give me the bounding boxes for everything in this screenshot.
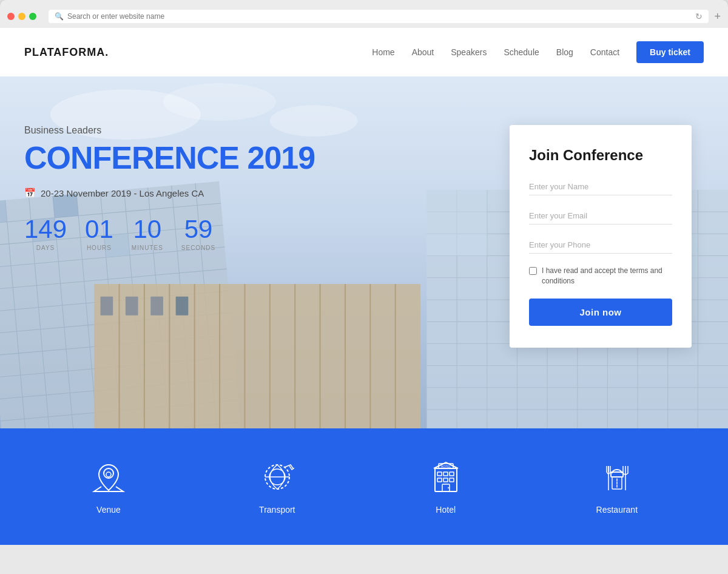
browser-content: PLATAFORMA. Home About Speakers Schedule… bbox=[0, 28, 728, 545]
hotel-label: Hotel bbox=[436, 505, 456, 515]
hours-label: HOURS bbox=[85, 245, 113, 251]
svg-rect-81 bbox=[443, 472, 448, 476]
minimize-button[interactable] bbox=[18, 13, 25, 20]
email-field-group bbox=[529, 208, 672, 225]
venue-icon bbox=[90, 459, 127, 495]
calendar-icon: 📅 bbox=[24, 187, 36, 198]
svg-rect-51 bbox=[426, 190, 487, 256]
svg-text:HOTEL: HOTEL bbox=[440, 465, 451, 468]
hero-text-content: Business Leaders CONFERENCE 2019 📅 20-23… bbox=[0, 76, 352, 288]
svg-rect-84 bbox=[443, 478, 448, 482]
terms-checkbox[interactable] bbox=[529, 267, 537, 275]
phone-field-group bbox=[529, 237, 672, 254]
restaurant-label: Restaurant bbox=[596, 505, 638, 515]
hero-subtitle: Business Leaders bbox=[24, 125, 328, 136]
transport-icon bbox=[259, 459, 295, 495]
svg-rect-69 bbox=[126, 297, 138, 316]
svg-point-93 bbox=[616, 485, 618, 487]
new-tab-icon[interactable]: + bbox=[714, 10, 721, 23]
hotel-icon: HOTEL bbox=[428, 459, 464, 495]
svg-rect-80 bbox=[437, 472, 442, 476]
countdown-minutes: 10 MINUTES bbox=[132, 217, 163, 251]
site-logo: PLATAFORMA. bbox=[24, 46, 109, 59]
days-value: 149 bbox=[24, 217, 67, 242]
transport-label: Transport bbox=[259, 505, 295, 515]
feature-venue: Venue bbox=[90, 459, 127, 515]
svg-point-87 bbox=[448, 487, 449, 488]
search-icon: 🔍 bbox=[55, 12, 64, 21]
nav-links: Home About Speakers Schedule Blog Contac… bbox=[372, 41, 704, 63]
svg-rect-71 bbox=[176, 297, 189, 316]
browser-titlebar: 🔍 ↻ + bbox=[0, 6, 728, 28]
countdown-seconds: 59 SECONDS bbox=[181, 217, 215, 251]
navbar: PLATAFORMA. Home About Speakers Schedule… bbox=[0, 28, 728, 76]
seconds-value: 59 bbox=[181, 217, 215, 242]
nav-schedule[interactable]: Schedule bbox=[504, 47, 539, 57]
hero-date: 📅 20-23 November 2019 - Los Angeles CA bbox=[24, 187, 328, 198]
venue-label: Venue bbox=[96, 505, 121, 515]
join-conference-card: Join Conference I have read and accept t… bbox=[510, 125, 692, 348]
feature-restaurant: Restaurant bbox=[596, 459, 638, 515]
join-card-title: Join Conference bbox=[529, 147, 672, 164]
nav-blog[interactable]: Blog bbox=[556, 47, 573, 57]
svg-rect-82 bbox=[450, 472, 454, 476]
address-bar[interactable]: 🔍 ↻ bbox=[49, 10, 709, 23]
name-input[interactable] bbox=[529, 178, 672, 195]
countdown-hours: 01 HOURS bbox=[85, 217, 113, 251]
nav-home[interactable]: Home bbox=[372, 47, 394, 57]
svg-rect-70 bbox=[150, 297, 163, 316]
svg-point-91 bbox=[616, 479, 618, 481]
hero-date-text: 20-23 November 2019 - Los Angeles CA bbox=[41, 188, 204, 198]
nav-speakers[interactable]: Speakers bbox=[451, 47, 487, 57]
join-now-button[interactable]: Join now bbox=[529, 299, 672, 326]
nav-contact[interactable]: Contact bbox=[590, 47, 619, 57]
email-input[interactable] bbox=[529, 208, 672, 225]
maximize-button[interactable] bbox=[29, 13, 36, 20]
seconds-label: SECONDS bbox=[181, 245, 215, 251]
features-grid: Venue Transport bbox=[24, 459, 704, 515]
hero-title: CONFERENCE 2019 bbox=[24, 141, 328, 175]
name-field-group bbox=[529, 178, 672, 195]
terms-checkbox-group: I have read and accept the terms and con… bbox=[529, 266, 672, 286]
browser-window-controls bbox=[7, 13, 36, 20]
countdown-timer: 149 DAYS 01 HOURS 10 MINUTES 59 SECONDS bbox=[24, 217, 328, 251]
svg-rect-83 bbox=[437, 478, 442, 482]
nav-about[interactable]: About bbox=[412, 47, 434, 57]
svg-rect-68 bbox=[101, 297, 113, 316]
svg-point-73 bbox=[106, 472, 111, 477]
hours-value: 01 bbox=[85, 217, 113, 242]
buy-ticket-button[interactable]: Buy ticket bbox=[636, 41, 704, 63]
terms-label: I have read and accept the terms and con… bbox=[542, 266, 672, 286]
close-button[interactable] bbox=[7, 13, 15, 20]
feature-hotel: HOTEL bbox=[428, 459, 464, 515]
address-input[interactable] bbox=[67, 12, 692, 21]
svg-rect-55 bbox=[94, 284, 420, 428]
hero-section: Business Leaders CONFERENCE 2019 📅 20-23… bbox=[0, 76, 728, 428]
countdown-days: 149 DAYS bbox=[24, 217, 67, 251]
svg-point-92 bbox=[616, 482, 618, 484]
features-section: Venue Transport bbox=[0, 428, 728, 545]
phone-input[interactable] bbox=[529, 237, 672, 254]
minutes-label: MINUTES bbox=[132, 245, 163, 251]
reload-icon[interactable]: ↻ bbox=[695, 12, 703, 21]
minutes-value: 10 bbox=[132, 217, 163, 242]
feature-transport: Transport bbox=[259, 459, 295, 515]
restaurant-icon bbox=[599, 459, 635, 495]
days-label: DAYS bbox=[24, 245, 67, 251]
svg-rect-85 bbox=[450, 478, 454, 482]
